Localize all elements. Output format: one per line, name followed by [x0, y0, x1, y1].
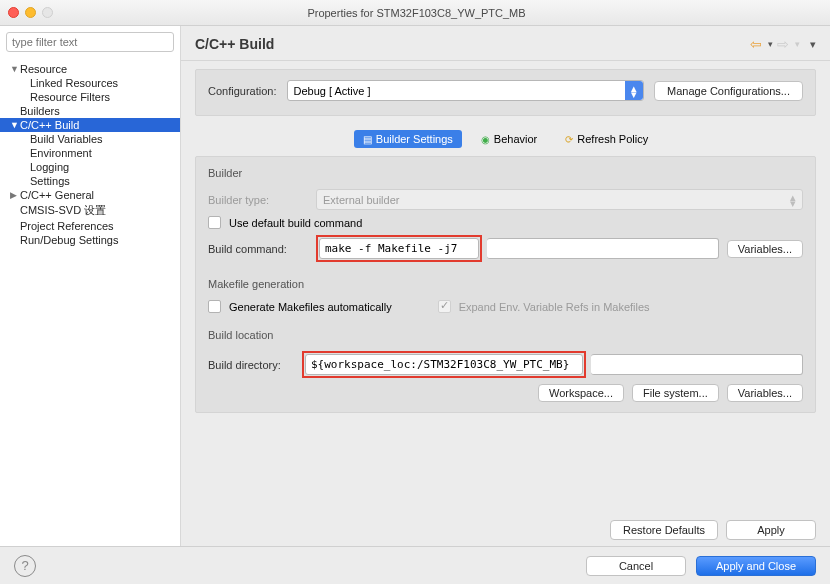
- builder-type-select: External builder ▴▾: [316, 189, 803, 210]
- configuration-row: Configuration: Debug [ Active ] ▴▾ Manag…: [195, 69, 816, 116]
- back-menu-icon[interactable]: ▾: [768, 39, 773, 49]
- highlight-box: [302, 351, 586, 378]
- file-system-button[interactable]: File system...: [632, 384, 719, 402]
- build-command-input-ext[interactable]: [487, 238, 719, 259]
- forward-icon: ⇨: [777, 36, 789, 52]
- tree-item-ccpp-general[interactable]: ▶C/C++ General: [0, 188, 180, 202]
- generate-makefiles-label: Generate Makefiles automatically: [229, 301, 392, 313]
- tree-label: Logging: [30, 161, 69, 173]
- tree-label: Project References: [20, 220, 114, 232]
- sidebar: ▼Resource Linked Resources Resource Filt…: [0, 26, 181, 546]
- tree-label: Builders: [20, 105, 60, 117]
- tree-item-settings[interactable]: Settings: [0, 174, 180, 188]
- tree-label: Resource: [20, 63, 67, 75]
- tree-item-project-references[interactable]: Project References: [0, 219, 180, 233]
- tree-item-cmsis-svd[interactable]: CMSIS-SVD 设置: [0, 202, 180, 219]
- tab-bar: ▤Builder Settings ◉Behavior ⟳Refresh Pol…: [195, 130, 816, 148]
- back-icon[interactable]: ⇦: [750, 36, 762, 52]
- builder-type-value: External builder: [323, 194, 399, 206]
- build-location-legend: Build location: [208, 329, 273, 345]
- configuration-select[interactable]: Debug [ Active ] ▴▾: [287, 80, 645, 101]
- list-icon: ▤: [363, 134, 372, 145]
- cancel-button[interactable]: Cancel: [586, 556, 686, 576]
- forward-menu-icon: ▾: [795, 39, 800, 49]
- workspace-button[interactable]: Workspace...: [538, 384, 624, 402]
- makefile-group: Makefile generation Generate Makefiles a…: [208, 278, 803, 319]
- tree-item-build-variables[interactable]: Build Variables: [0, 132, 180, 146]
- tree-label: Settings: [30, 175, 70, 187]
- tab-label: Behavior: [494, 133, 537, 145]
- tab-behavior[interactable]: ◉Behavior: [472, 130, 546, 148]
- apply-button[interactable]: Apply: [726, 520, 816, 540]
- circle-icon: ◉: [481, 134, 490, 145]
- builder-legend: Builder: [208, 167, 242, 183]
- builder-group: Builder Builder type: External builder ▴…: [208, 167, 803, 268]
- builder-type-label: Builder type:: [208, 194, 308, 206]
- tree-item-run-debug[interactable]: Run/Debug Settings: [0, 233, 180, 247]
- use-default-checkbox[interactable]: [208, 216, 221, 229]
- tree-label: Run/Debug Settings: [20, 234, 118, 246]
- tree-label: Resource Filters: [30, 91, 110, 103]
- tab-label: Refresh Policy: [577, 133, 648, 145]
- tree-item-builders[interactable]: Builders: [0, 104, 180, 118]
- build-location-group: Build location Build directory: Workspac…: [208, 329, 803, 402]
- refresh-icon: ⟳: [565, 134, 573, 145]
- expand-env-checkbox: [438, 300, 451, 313]
- apply-and-close-button[interactable]: Apply and Close: [696, 556, 816, 576]
- tab-builder-settings[interactable]: ▤Builder Settings: [354, 130, 462, 148]
- dialog-footer: ? Cancel Apply and Close: [0, 546, 830, 584]
- generate-makefiles-checkbox[interactable]: [208, 300, 221, 313]
- use-default-label: Use default build command: [229, 217, 362, 229]
- page-title: C/C++ Build: [195, 36, 750, 52]
- tree-item-ccpp-build[interactable]: ▼C/C++ Build: [0, 118, 180, 132]
- tree-item-logging[interactable]: Logging: [0, 160, 180, 174]
- tree-item-linked-resources[interactable]: Linked Resources: [0, 76, 180, 90]
- filter-input[interactable]: [6, 32, 174, 52]
- tree-label: C/C++ Build: [20, 119, 79, 131]
- highlight-box: [316, 235, 482, 262]
- tree-label: Build Variables: [30, 133, 103, 145]
- settings-panel: Builder Builder type: External builder ▴…: [195, 156, 816, 413]
- build-command-input[interactable]: [319, 238, 479, 259]
- manage-configurations-button[interactable]: Manage Configurations...: [654, 81, 803, 101]
- window-title: Properties for STM32F103C8_YW_PTC_MB: [3, 7, 830, 19]
- configuration-label: Configuration:: [208, 85, 277, 97]
- variables-button[interactable]: Variables...: [727, 240, 803, 258]
- tree-item-resource[interactable]: ▼Resource: [0, 62, 180, 76]
- build-command-label: Build command:: [208, 243, 308, 255]
- tree-label: CMSIS-SVD 设置: [20, 203, 106, 218]
- page-header: C/C++ Build ⇦ ▾ ⇨ ▾ ▾: [181, 26, 830, 61]
- configuration-value: Debug [ Active ]: [294, 85, 371, 97]
- tree-label: C/C++ General: [20, 189, 94, 201]
- makefile-legend: Makefile generation: [208, 278, 304, 294]
- tab-label: Builder Settings: [376, 133, 453, 145]
- build-directory-input-ext[interactable]: [591, 354, 803, 375]
- tree-label: Linked Resources: [30, 77, 118, 89]
- titlebar: Properties for STM32F103C8_YW_PTC_MB: [0, 0, 830, 26]
- chevron-updown-icon: ▴▾: [625, 81, 643, 100]
- variables-button-location[interactable]: Variables...: [727, 384, 803, 402]
- restore-defaults-button[interactable]: Restore Defaults: [610, 520, 718, 540]
- category-tree: ▼Resource Linked Resources Resource Filt…: [0, 58, 180, 251]
- tree-item-resource-filters[interactable]: Resource Filters: [0, 90, 180, 104]
- help-icon[interactable]: ?: [14, 555, 36, 577]
- tree-item-environment[interactable]: Environment: [0, 146, 180, 160]
- build-directory-input[interactable]: [305, 354, 583, 375]
- build-directory-label: Build directory:: [208, 359, 294, 371]
- tab-refresh-policy[interactable]: ⟳Refresh Policy: [556, 130, 657, 148]
- tree-label: Environment: [30, 147, 92, 159]
- chevron-updown-icon: ▴▾: [790, 194, 796, 206]
- expand-env-label: Expand Env. Variable Refs in Makefiles: [459, 301, 650, 313]
- view-menu-icon[interactable]: ▾: [810, 38, 816, 51]
